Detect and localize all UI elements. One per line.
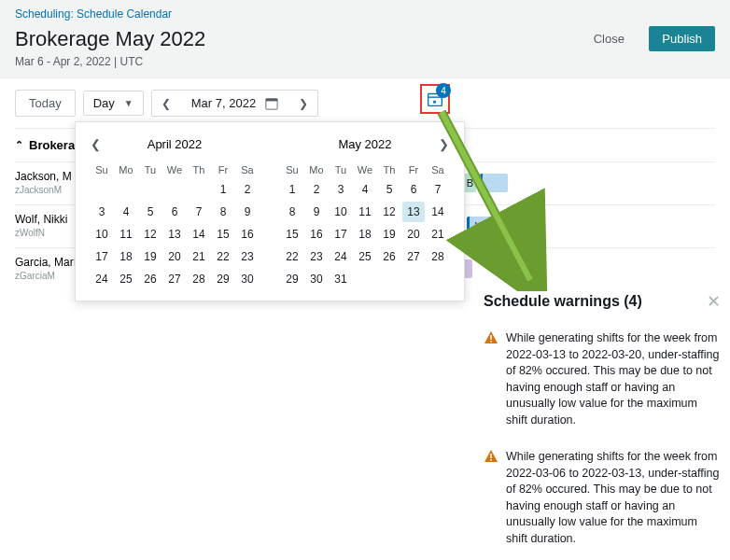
calendar-day[interactable]: 7 bbox=[427, 179, 449, 200]
warning-triangle-icon bbox=[484, 330, 498, 345]
warnings-title: Schedule warnings (4) bbox=[484, 293, 642, 310]
calendar-day[interactable]: 18 bbox=[354, 224, 376, 245]
warnings-indicator[interactable]: 4 bbox=[425, 89, 445, 109]
month-block-2: May 2022 ❯ SuMoTuWeThFrSa123456789101112… bbox=[281, 133, 449, 289]
calendar-day[interactable]: 29 bbox=[212, 269, 234, 289]
calendar-day[interactable]: 15 bbox=[281, 224, 303, 245]
calendar-day[interactable]: 28 bbox=[188, 269, 210, 289]
shift-block[interactable] bbox=[480, 174, 508, 192]
datepicker-popup: ❮ April 2022 SuMoTuWeThFrSa1234567891011… bbox=[75, 121, 465, 301]
warning-item: While generating shifts for the week fro… bbox=[484, 330, 721, 428]
view-select[interactable]: Day ▼ bbox=[83, 91, 144, 116]
calendar-day[interactable]: 30 bbox=[236, 269, 259, 289]
next-day-button[interactable]: ❯ bbox=[289, 91, 317, 116]
svg-rect-4 bbox=[433, 101, 436, 104]
prev-day-button[interactable]: ❮ bbox=[152, 91, 180, 116]
today-button[interactable]: Today bbox=[15, 90, 76, 117]
day-of-week-header: We bbox=[354, 162, 376, 177]
calendar-day[interactable]: 14 bbox=[427, 202, 449, 222]
calendar-day[interactable]: 21 bbox=[427, 224, 449, 245]
shift-block[interactable]: Work bbox=[467, 217, 513, 235]
day-of-week-header: Tu bbox=[330, 162, 352, 177]
calendar-day[interactable]: 19 bbox=[139, 246, 161, 267]
month-label: April 2022 bbox=[147, 137, 203, 151]
calendar-day[interactable]: 27 bbox=[163, 269, 186, 289]
calendar-day[interactable]: 24 bbox=[91, 269, 113, 289]
calendar-day[interactable]: 12 bbox=[139, 224, 161, 245]
calendar-day[interactable]: 25 bbox=[115, 269, 137, 289]
calendar-day[interactable]: 23 bbox=[236, 246, 259, 267]
calendar-day[interactable]: 9 bbox=[305, 202, 328, 222]
calendar-day[interactable]: 18 bbox=[115, 246, 137, 267]
day-of-week-header: Fr bbox=[212, 162, 234, 177]
day-of-week-header: Mo bbox=[305, 162, 328, 177]
calendar-day[interactable]: 22 bbox=[212, 246, 234, 267]
calendar-day[interactable]: 31 bbox=[330, 269, 352, 289]
calendar-day[interactable]: 13 bbox=[163, 224, 186, 245]
schedule-warnings-panel: Schedule warnings (4) ✕ While generating… bbox=[478, 291, 726, 560]
calendar-day[interactable]: 11 bbox=[354, 202, 376, 222]
calendar-day[interactable]: 26 bbox=[139, 269, 161, 289]
calendar-day[interactable]: 15 bbox=[212, 224, 234, 245]
calendar-day[interactable]: 2 bbox=[236, 179, 259, 200]
calendar-day[interactable]: 2 bbox=[305, 179, 328, 200]
calendar-day[interactable]: 10 bbox=[330, 202, 352, 222]
calendar-day[interactable]: 20 bbox=[163, 246, 186, 267]
close-button[interactable]: Close bbox=[581, 26, 638, 51]
calendar-day[interactable]: 21 bbox=[188, 246, 210, 267]
date-navigator: ❮ Mar 7, 2022 ❯ bbox=[151, 90, 318, 117]
calendar-day[interactable]: 25 bbox=[354, 246, 376, 267]
warnings-badge: 4 bbox=[436, 83, 451, 98]
month-label: May 2022 bbox=[338, 137, 391, 151]
day-of-week-header: Sa bbox=[236, 162, 259, 177]
calendar-day[interactable]: 29 bbox=[281, 269, 303, 289]
calendar-day[interactable]: 9 bbox=[236, 202, 259, 222]
calendar-day[interactable]: 6 bbox=[163, 202, 186, 222]
svg-rect-10 bbox=[490, 459, 492, 461]
calendar-day[interactable]: 8 bbox=[281, 202, 303, 222]
day-of-week-header: Th bbox=[378, 162, 400, 177]
calendar-day[interactable]: 8 bbox=[212, 202, 234, 222]
breadcrumb[interactable]: Scheduling: Schedule Calendar bbox=[15, 7, 715, 21]
chevron-down-icon: ▼ bbox=[124, 98, 133, 108]
calendar-day[interactable]: 11 bbox=[115, 224, 137, 245]
calendar-day[interactable]: 16 bbox=[305, 224, 328, 245]
calendar-day[interactable]: 1 bbox=[212, 179, 234, 200]
calendar-day[interactable]: 23 bbox=[305, 246, 328, 267]
calendar-day[interactable]: 10 bbox=[91, 224, 113, 245]
calendar-day[interactable]: 6 bbox=[402, 179, 425, 200]
calendar-day[interactable]: 13 bbox=[402, 202, 425, 222]
calendar-day[interactable]: 4 bbox=[115, 202, 137, 222]
calendar-day[interactable]: 3 bbox=[330, 179, 352, 200]
calendar-day[interactable]: 1 bbox=[281, 179, 303, 200]
calendar-day[interactable]: 28 bbox=[427, 246, 449, 267]
calendar-day[interactable]: 4 bbox=[354, 179, 376, 200]
publish-button[interactable]: Publish bbox=[649, 26, 715, 51]
calendar-day[interactable]: 19 bbox=[378, 224, 400, 245]
prev-month-button[interactable]: ❮ bbox=[91, 137, 101, 151]
next-month-button[interactable]: ❯ bbox=[439, 137, 449, 151]
current-date-display[interactable]: Mar 7, 2022 bbox=[180, 91, 289, 116]
calendar-day[interactable]: 5 bbox=[378, 179, 400, 200]
calendar-day[interactable]: 26 bbox=[378, 246, 400, 267]
svg-rect-7 bbox=[490, 335, 492, 340]
calendar-day[interactable]: 14 bbox=[188, 224, 210, 245]
calendar-day[interactable]: 3 bbox=[91, 202, 113, 222]
calendar-day[interactable]: 30 bbox=[305, 269, 328, 289]
calendar-day[interactable]: 5 bbox=[139, 202, 161, 222]
calendar-day[interactable]: 24 bbox=[330, 246, 352, 267]
close-warnings-button[interactable]: ✕ bbox=[707, 291, 721, 312]
calendar-day[interactable]: 17 bbox=[91, 246, 113, 267]
collapse-caret-icon: ⌃ bbox=[15, 139, 23, 151]
calendar-day[interactable]: 27 bbox=[402, 246, 425, 267]
view-select-label: Day bbox=[93, 96, 115, 110]
calendar-day[interactable]: 12 bbox=[378, 202, 400, 222]
calendar-day[interactable]: 17 bbox=[330, 224, 352, 245]
day-of-week-header: Mo bbox=[115, 162, 137, 177]
day-of-week-header: Su bbox=[91, 162, 113, 177]
calendar-day[interactable]: 16 bbox=[236, 224, 259, 245]
calendar-day[interactable]: 7 bbox=[188, 202, 210, 222]
day-of-week-header: Th bbox=[188, 162, 210, 177]
calendar-day[interactable]: 22 bbox=[281, 246, 303, 267]
calendar-day[interactable]: 20 bbox=[402, 224, 425, 245]
